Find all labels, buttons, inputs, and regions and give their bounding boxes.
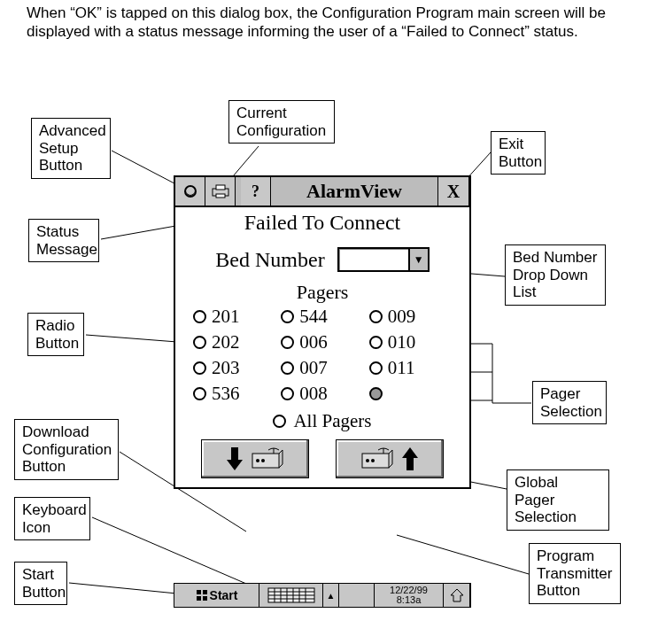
taskbar: Start ▲ 12/22/99 8:13a bbox=[174, 583, 471, 608]
arrow-up-icon bbox=[401, 446, 419, 472]
bed-number-value bbox=[337, 247, 408, 272]
start-button[interactable]: Start bbox=[174, 584, 259, 607]
svg-point-28 bbox=[366, 459, 369, 462]
taskbar-time: 8:13a bbox=[397, 595, 422, 605]
callout-global-pager: Global Pager Selection bbox=[507, 469, 609, 531]
pager-option[interactable]: 006 bbox=[281, 331, 363, 353]
radio-icon bbox=[281, 336, 294, 349]
printer-icon bbox=[212, 184, 229, 198]
radio-icon bbox=[281, 361, 294, 375]
svg-line-18 bbox=[279, 464, 283, 468]
svg-rect-33 bbox=[197, 596, 201, 601]
svg-point-22 bbox=[261, 459, 265, 462]
device-screen: ? AlarmView X Failed To Connect Bed Numb… bbox=[174, 175, 471, 489]
pager-option[interactable]: 008 bbox=[281, 383, 363, 405]
radio-icon bbox=[193, 336, 206, 349]
bed-number-dropdown[interactable]: ▼ bbox=[337, 247, 430, 272]
callout-download-cfg: Download Configuration Button bbox=[14, 419, 119, 480]
svg-rect-13 bbox=[216, 194, 225, 198]
all-pagers-label: All Pagers bbox=[293, 410, 371, 432]
pager-label: 008 bbox=[299, 383, 328, 405]
pager-option-empty[interactable] bbox=[369, 383, 452, 405]
svg-line-9 bbox=[397, 535, 529, 574]
bed-number-label: Bed Number bbox=[215, 248, 324, 272]
svg-marker-30 bbox=[402, 447, 418, 470]
pager-option[interactable]: 536 bbox=[193, 383, 275, 405]
pagers-grid: 201 544 009 202 006 010 203 007 011 536 … bbox=[175, 306, 469, 405]
download-config-button[interactable] bbox=[201, 439, 309, 478]
pager-option[interactable]: 011 bbox=[369, 357, 452, 379]
svg-line-24 bbox=[389, 450, 392, 454]
help-icon: ? bbox=[248, 182, 264, 200]
keyboard-arrow[interactable]: ▲ bbox=[323, 584, 339, 607]
keyboard-icon bbox=[267, 587, 315, 603]
pager-label: 009 bbox=[388, 306, 416, 328]
advanced-setup-button[interactable] bbox=[175, 177, 205, 206]
radio-icon bbox=[273, 415, 286, 428]
svg-rect-12 bbox=[216, 185, 225, 190]
radio-icon bbox=[369, 336, 383, 349]
callout-status-message: Status Message bbox=[28, 219, 99, 262]
pager-option[interactable]: 007 bbox=[281, 357, 363, 379]
pager-option[interactable]: 203 bbox=[193, 357, 275, 379]
svg-rect-32 bbox=[203, 590, 207, 594]
home-icon bbox=[449, 587, 465, 603]
close-icon: X bbox=[447, 182, 460, 202]
pager-label: 536 bbox=[212, 383, 240, 405]
exit-button[interactable]: X bbox=[437, 177, 469, 206]
radio-icon bbox=[369, 310, 383, 323]
all-pagers-option[interactable]: All Pagers bbox=[175, 410, 469, 432]
svg-marker-15 bbox=[227, 447, 243, 470]
svg-marker-45 bbox=[451, 589, 463, 601]
callout-current-config: Current Configuration bbox=[228, 100, 335, 144]
taskbar-clock: 12/22/99 8:13a bbox=[375, 584, 444, 607]
pager-label: 203 bbox=[212, 357, 240, 379]
radio-icon bbox=[281, 310, 294, 323]
radio-icon bbox=[369, 387, 383, 400]
pager-option[interactable]: 201 bbox=[193, 306, 275, 328]
program-transmitter-button[interactable] bbox=[336, 439, 444, 478]
current-config-button[interactable] bbox=[205, 177, 236, 206]
device-icon bbox=[251, 446, 284, 471]
taskbar-spacer bbox=[339, 584, 375, 607]
desktop-button[interactable] bbox=[444, 584, 470, 607]
callout-bed-dropdown: Bed Number Drop Down List bbox=[505, 244, 606, 306]
start-label: Start bbox=[210, 588, 238, 602]
start-flag-icon bbox=[196, 589, 208, 601]
svg-point-21 bbox=[256, 459, 259, 462]
svg-text:?: ? bbox=[252, 182, 259, 200]
svg-point-29 bbox=[371, 459, 375, 462]
pager-option[interactable]: 009 bbox=[369, 306, 452, 328]
intro-paragraph: When “OK” is tapped on this dialog box, … bbox=[27, 4, 638, 42]
pager-label: 006 bbox=[299, 331, 328, 353]
pager-label: 544 bbox=[299, 306, 328, 328]
radio-icon bbox=[281, 387, 294, 400]
keyboard-button[interactable] bbox=[259, 584, 323, 607]
radio-icon bbox=[369, 361, 383, 375]
arrow-down-icon bbox=[226, 446, 244, 472]
help-button[interactable]: ? bbox=[241, 177, 271, 206]
circle-icon bbox=[184, 185, 197, 198]
pager-label: 011 bbox=[388, 357, 415, 379]
pagers-heading: Pagers bbox=[175, 281, 469, 304]
svg-rect-31 bbox=[197, 590, 201, 594]
callout-pager-selection: Pager Selection bbox=[532, 381, 607, 424]
callout-start-button: Start Button bbox=[14, 562, 67, 605]
callout-advanced-setup: Advanced Setup Button bbox=[31, 118, 111, 179]
pager-option[interactable]: 202 bbox=[193, 331, 275, 353]
svg-rect-34 bbox=[203, 596, 207, 601]
status-message: Failed To Connect bbox=[175, 211, 469, 235]
radio-icon bbox=[193, 361, 206, 375]
app-title: AlarmView bbox=[271, 177, 437, 206]
pager-option[interactable]: 544 bbox=[281, 306, 363, 328]
svg-line-17 bbox=[279, 450, 283, 454]
pager-option[interactable]: 010 bbox=[369, 331, 452, 353]
callout-keyboard-icon: Keyboard Icon bbox=[14, 497, 90, 540]
radio-icon bbox=[193, 310, 206, 323]
radio-icon bbox=[193, 387, 206, 400]
callout-radio-button: Radio Button bbox=[27, 313, 84, 356]
svg-line-25 bbox=[389, 464, 392, 468]
pager-label: 201 bbox=[212, 306, 240, 328]
device-icon bbox=[360, 446, 394, 471]
transfer-buttons bbox=[175, 432, 469, 487]
